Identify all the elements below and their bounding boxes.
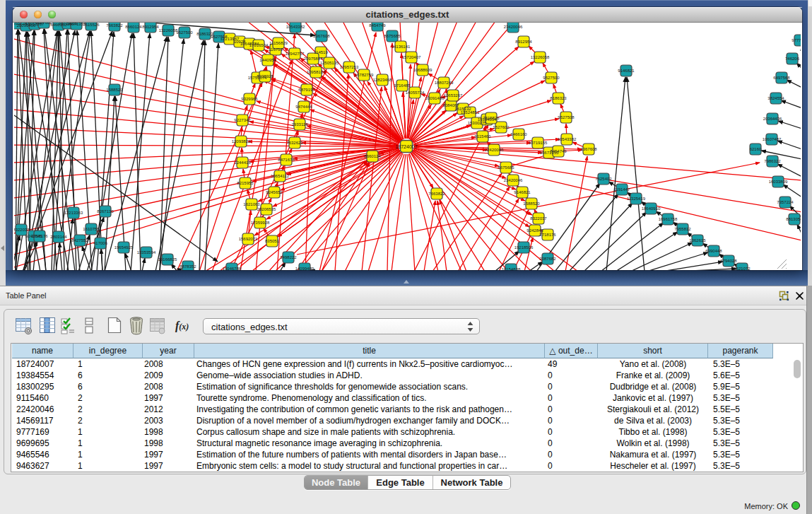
svg-text:6990448: 6990448 <box>705 249 722 253</box>
svg-text:8322037: 8322037 <box>530 216 547 221</box>
svg-text:9227342: 9227342 <box>234 118 251 122</box>
svg-text:62160: 62160 <box>750 147 762 151</box>
svg-text:9527500: 9527500 <box>176 30 193 35</box>
svg-text:7625402: 7625402 <box>595 177 612 181</box>
svg-text:14136141: 14136141 <box>392 45 411 49</box>
svg-text:8675685: 8675685 <box>498 165 514 170</box>
svg-text:6466160: 6466160 <box>510 132 527 136</box>
svg-text:8322037: 8322037 <box>14 228 30 232</box>
svg-text:10543382: 10543382 <box>558 137 577 141</box>
svg-text:2367608: 2367608 <box>580 147 597 151</box>
svg-text:1362615: 1362615 <box>689 238 706 243</box>
svg-text:1244415: 1244415 <box>234 160 251 165</box>
svg-text:7986322: 7986322 <box>764 159 781 163</box>
svg-text:10654112: 10654112 <box>271 174 290 178</box>
svg-text:9716485: 9716485 <box>394 83 411 88</box>
svg-text:14099489: 14099489 <box>295 267 314 270</box>
svg-text:7357224: 7357224 <box>777 200 794 204</box>
svg-text:17359928: 17359928 <box>251 221 270 225</box>
svg-text:23420046: 23420046 <box>504 25 523 29</box>
svg-text:1191447: 1191447 <box>614 187 631 192</box>
svg-text:10607487: 10607487 <box>763 137 782 141</box>
svg-text:8813054: 8813054 <box>786 217 801 221</box>
svg-text:8454749: 8454749 <box>369 23 386 28</box>
svg-text:10719155: 10719155 <box>529 141 548 145</box>
svg-text:2718176: 2718176 <box>539 233 556 237</box>
svg-text:13226058: 13226058 <box>531 55 550 59</box>
svg-text:10688609: 10688609 <box>413 68 433 72</box>
svg-text:9146821: 9146821 <box>618 69 635 73</box>
svg-text:18724007: 18724007 <box>395 144 417 149</box>
svg-text:22420046: 22420046 <box>485 148 504 152</box>
svg-text:13524851: 13524851 <box>461 110 480 115</box>
svg-text:2803144: 2803144 <box>50 235 67 239</box>
svg-text:13226058: 13226058 <box>159 28 178 33</box>
svg-text:16961758: 16961758 <box>659 217 678 221</box>
svg-text:10543382: 10543382 <box>286 25 305 29</box>
svg-text:1527602: 1527602 <box>493 125 510 129</box>
svg-text:7515526: 7515526 <box>83 23 100 27</box>
svg-text:2933114: 2933114 <box>292 122 309 127</box>
svg-text:8938928: 8938928 <box>257 74 273 78</box>
svg-text:7663822: 7663822 <box>428 192 445 196</box>
svg-text:18640910: 18640910 <box>642 206 661 211</box>
svg-text:8878352: 8878352 <box>180 264 196 269</box>
svg-text:8675685: 8675685 <box>384 34 401 38</box>
svg-text:7515526: 7515526 <box>483 116 500 120</box>
svg-text:9115460: 9115460 <box>475 134 492 139</box>
svg-text:2367608: 2367608 <box>313 34 330 38</box>
svg-text:9245652: 9245652 <box>266 190 283 194</box>
svg-text:417006: 417006 <box>93 241 108 245</box>
svg-text:16782759: 16782759 <box>355 73 374 77</box>
svg-text:15692071: 15692071 <box>239 237 258 241</box>
svg-text:116753: 116753 <box>269 47 283 52</box>
svg-text:6497568: 6497568 <box>773 76 790 80</box>
svg-text:1610755: 1610755 <box>83 227 100 231</box>
svg-text:6879197: 6879197 <box>298 88 315 92</box>
svg-text:16033809: 16033809 <box>769 180 788 184</box>
svg-text:11325419: 11325419 <box>627 197 646 201</box>
svg-text:19654925: 19654925 <box>114 245 134 250</box>
svg-text:114519: 114519 <box>314 50 328 54</box>
svg-text:746206: 746206 <box>785 57 800 61</box>
svg-text:12942757: 12942757 <box>286 52 305 56</box>
svg-text:20091406: 20091406 <box>425 96 445 100</box>
svg-text:15720407: 15720407 <box>402 55 421 59</box>
svg-text:1588520: 1588520 <box>106 88 123 92</box>
svg-text:9527508: 9527508 <box>558 115 575 119</box>
svg-text:12505135: 12505135 <box>320 61 339 65</box>
svg-text:16154838: 16154838 <box>502 267 521 270</box>
svg-text:7632621: 7632621 <box>286 141 303 145</box>
svg-text:12213363: 12213363 <box>64 211 83 215</box>
svg-text:8267130: 8267130 <box>97 209 114 214</box>
svg-text:2087682: 2087682 <box>539 257 556 261</box>
svg-text:8471676: 8471676 <box>278 158 295 162</box>
svg-text:19046788: 19046788 <box>223 267 242 270</box>
svg-text:10653267: 10653267 <box>444 93 463 98</box>
svg-text:19218506: 19218506 <box>514 245 534 250</box>
svg-text:835051: 835051 <box>265 239 280 243</box>
svg-text:8427552: 8427552 <box>71 238 88 243</box>
svg-text:3824554: 3824554 <box>767 96 784 100</box>
svg-text:8912954: 8912954 <box>142 25 159 29</box>
svg-text:9777169: 9777169 <box>792 38 801 42</box>
svg-text:9527500: 9527500 <box>543 76 560 80</box>
svg-text:20206535: 20206535 <box>257 207 276 211</box>
svg-text:8660124: 8660124 <box>364 154 381 158</box>
svg-text:1621063: 1621063 <box>243 202 260 206</box>
svg-text:9474444: 9474444 <box>295 105 312 109</box>
svg-text:6794028: 6794028 <box>720 259 737 263</box>
svg-text:8215955: 8215955 <box>237 181 254 185</box>
svg-text:1440954: 1440954 <box>259 58 276 62</box>
svg-text:19166825: 19166825 <box>158 257 177 262</box>
svg-text:7955812: 7955812 <box>674 227 691 231</box>
svg-text:1621072: 1621072 <box>734 267 751 270</box>
svg-text:23420046: 23420046 <box>504 178 523 182</box>
svg-text:9146821: 9146821 <box>514 190 531 194</box>
svg-text:8912954: 8912954 <box>515 40 532 44</box>
svg-text:8186323: 8186323 <box>550 96 567 100</box>
svg-text:11156829: 11156829 <box>269 41 288 45</box>
svg-text:12823468: 12823468 <box>373 78 392 82</box>
svg-text:8454749: 8454749 <box>550 149 567 153</box>
svg-text:9329966: 9329966 <box>241 97 258 101</box>
